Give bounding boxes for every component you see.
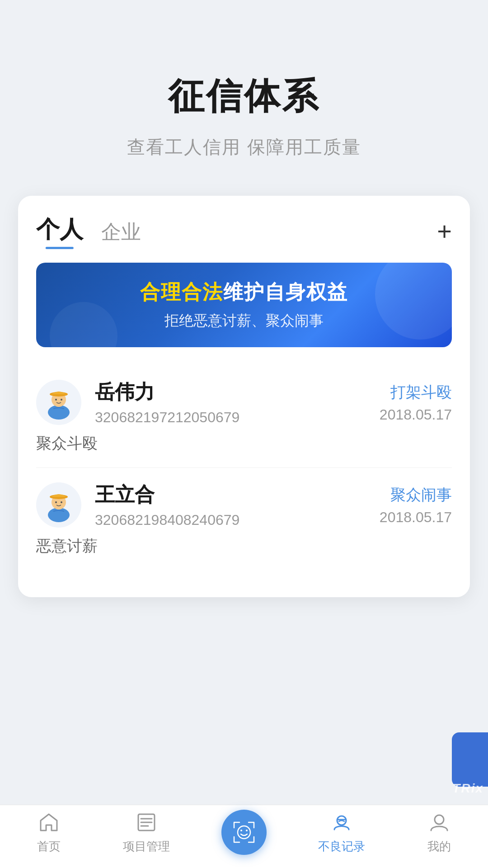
tab-bar: 个人 企业 + — [36, 214, 452, 249]
person-info: 王立合 320682198408240679 — [95, 481, 366, 528]
nav-item-project[interactable]: 项目管理 — [110, 810, 183, 854]
nav-label-bad-record: 不良记录 — [318, 839, 365, 854]
main-card: 个人 企业 + 合理合法维护自身权益 拒绝恶意讨薪、聚众闹事 — [18, 196, 470, 597]
avatar — [36, 482, 81, 528]
person-meta: 聚众闹事 2018.05.17 — [380, 485, 452, 526]
watermark: TRix — [452, 781, 483, 796]
person-item[interactable]: 王立合 320682198408240679 聚众闹事 2018.05.17 恶… — [36, 468, 452, 570]
nav-item-bad-record[interactable]: 不良记录 — [305, 810, 378, 854]
bottom-navigation: 首页 项目管理 — [0, 805, 488, 868]
svg-point-16 — [246, 830, 248, 831]
profile-icon — [427, 810, 452, 835]
person-id: 320682197212050679 — [95, 409, 366, 426]
nav-item-profile[interactable]: 我的 — [403, 810, 475, 854]
person-date: 2018.05.17 — [380, 406, 452, 423]
person-name: 王立合 — [95, 481, 366, 508]
svg-point-15 — [240, 830, 242, 831]
svg-point-3 — [55, 399, 57, 401]
banner-title: 合理合法维护自身权益 — [54, 279, 434, 306]
person-desc: 恶意讨薪 — [36, 536, 452, 557]
header-section: 征信体系 查看工人信用 保障用工质量 — [0, 0, 488, 196]
face-scan-button[interactable] — [221, 810, 267, 855]
avatar — [36, 380, 81, 425]
svg-point-9 — [61, 501, 62, 503]
svg-point-19 — [435, 815, 444, 824]
person-info: 岳伟力 320682197212050679 — [95, 379, 366, 426]
bad-record-icon — [329, 810, 354, 835]
tab-personal[interactable]: 个人 — [36, 214, 83, 249]
person-meta: 打架斗殴 2018.05.17 — [380, 382, 452, 423]
project-icon — [134, 810, 159, 835]
person-row: 岳伟力 320682197212050679 打架斗殴 2018.05.17 — [36, 379, 452, 426]
svg-point-5 — [48, 508, 70, 522]
float-blue-element — [452, 732, 488, 787]
person-row: 王立合 320682198408240679 聚众闹事 2018.05.17 — [36, 481, 452, 528]
person-date: 2018.05.17 — [380, 509, 452, 526]
page-subtitle: 查看工人信用 保障用工质量 — [0, 135, 488, 160]
banner: 合理合法维护自身权益 拒绝恶意讨薪、聚众闹事 — [36, 263, 452, 347]
nav-item-home[interactable]: 首页 — [13, 810, 85, 854]
nav-label-home: 首页 — [37, 839, 61, 854]
tab-enterprise[interactable]: 企业 — [101, 219, 141, 249]
page-title: 征信体系 — [0, 72, 488, 121]
nav-label-profile: 我的 — [427, 839, 451, 854]
tabs-left: 个人 企业 — [36, 214, 141, 249]
person-badge: 打架斗殴 — [380, 382, 452, 403]
banner-title-rest: 维护自身权益 — [223, 281, 348, 303]
person-desc: 聚众斗殴 — [36, 433, 452, 454]
svg-point-8 — [55, 501, 57, 503]
nav-item-scan[interactable] — [208, 810, 280, 855]
person-name: 岳伟力 — [95, 379, 366, 406]
svg-point-14 — [238, 826, 250, 839]
home-icon — [36, 810, 61, 835]
banner-subtitle: 拒绝恶意讨薪、聚众闹事 — [54, 311, 434, 331]
add-button[interactable]: + — [437, 219, 452, 244]
person-id: 320682198408240679 — [95, 512, 366, 528]
person-item[interactable]: 岳伟力 320682197212050679 打架斗殴 2018.05.17 聚… — [36, 365, 452, 468]
person-badge: 聚众闹事 — [380, 485, 452, 505]
svg-point-0 — [48, 405, 70, 420]
svg-point-4 — [61, 399, 62, 401]
nav-label-project: 项目管理 — [123, 839, 170, 854]
banner-highlight: 合理合法 — [140, 281, 223, 303]
